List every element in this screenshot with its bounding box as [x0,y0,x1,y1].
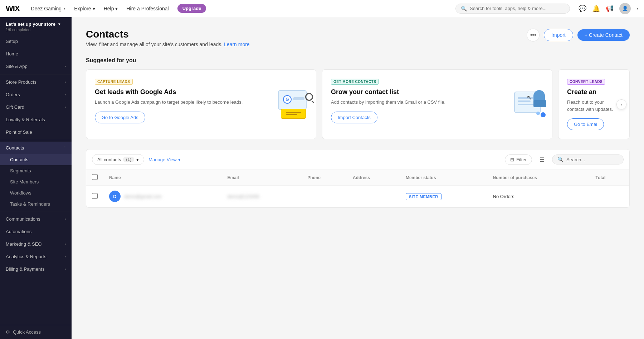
quick-access-button[interactable]: ⚙ Quick Access [6,329,66,335]
search-icon: 🔍 [461,6,467,11]
main-content: Contacts View, filter and manage all of … [72,17,644,339]
point-of-sale-label: Point of Sale [6,129,66,135]
topnav-search-bar[interactable]: 🔍 [455,4,570,14]
tasks-label: Tasks & Reminders [10,201,50,207]
sidebar-item-marketing[interactable]: Marketing & SEO › [0,238,72,250]
sidebar-item-automations[interactable]: Automations [0,225,72,238]
sidebar-item-home[interactable]: Home [0,48,72,60]
orders-label: Orders [6,92,65,97]
table-head: Name Email Phone Address Member status N… [86,170,629,186]
row-checkbox[interactable] [92,193,98,199]
search-input[interactable] [470,6,565,11]
go-to-email-button[interactable]: Go to Emai [567,118,604,130]
home-label: Home [6,51,66,56]
brand-selector[interactable]: Deez Gaming ▾ [31,6,66,11]
sidebar-item-point-of-sale[interactable]: Point of Sale [0,126,72,138]
create-contact-button[interactable]: + Create Contact [577,29,630,41]
cards-next-button[interactable]: › [616,99,626,109]
sidebar-item-store-products[interactable]: Store Products › [0,76,72,88]
sidebar-sub-contacts[interactable]: Contacts [0,154,72,165]
sidebar-sub-segments[interactable]: Segments [0,165,72,176]
sidebar: Let's set up your store ▾ 1/9 completed … [0,17,72,339]
row-purchases-cell: No Orders [487,186,590,207]
site-members-label: Site Members [10,179,39,185]
sidebar-item-orders[interactable]: Orders › [0,88,72,101]
google-ads-illustration: G [278,90,310,119]
dropdown-chevron-icon: ▾ [136,157,139,162]
table-row[interactable]: D demo@gmail.com demo@123456 [86,186,629,207]
table-search-input[interactable] [566,157,618,162]
ad-lines [286,112,301,116]
notifications-icon[interactable]: 🔔 [592,5,600,13]
suggested-cards: CAPTURE LEADS Get leads with Google Ads … [86,69,630,139]
sidebar-item-communications[interactable]: Communications › [0,213,72,225]
upgrade-button[interactable]: Upgrade [177,4,206,13]
sidebar-item-contacts[interactable]: Contacts ˄ [0,142,72,154]
more-options-button[interactable]: ••• [527,29,540,41]
table-search-bar[interactable]: 🔍 [552,154,624,164]
divider-1 [0,74,72,74]
sidebar-item-loyalty[interactable]: Loyalty & Referrals [0,113,72,126]
help-chevron-icon: ▾ [115,6,118,11]
google-ads-button[interactable]: Go to Google Ads [95,112,145,123]
filter-label: Filter [516,157,527,162]
card-desc-3: Reach out to your contacts with updates. [567,99,621,113]
card-tag-3: CONVERT LEADS [567,79,605,85]
member-status-badge: SITE MEMBER [406,193,441,200]
sidebar-item-setup[interactable]: Setup [0,35,72,48]
filter-button[interactable]: ⊟ Filter [505,154,532,165]
th-total: Total [590,170,629,186]
brand-name: Deez Gaming [31,6,62,11]
card-title-2: Grow your contact list [331,88,543,96]
manage-view-chevron-icon: ▾ [178,157,181,162]
manage-view-button[interactable]: Manage View ▾ [148,157,181,162]
messages-icon[interactable]: 💬 [579,5,586,13]
explore-label: Explore [74,6,91,11]
main-layout: Let's set up your store ▾ 1/9 completed … [0,17,644,339]
sidebar-item-site-app[interactable]: Site & App › [0,60,72,73]
th-phone: Phone [302,170,347,186]
columns-button[interactable]: ☰ [536,154,548,165]
import-contacts-button[interactable]: Import Contacts [331,112,377,123]
contacts-filter-dropdown[interactable]: All contacts (1) ▾ [92,154,144,165]
explore-menu[interactable]: Explore ▾ [74,6,95,11]
row-phone-cell [302,186,347,207]
avatar[interactable]: 👤 [619,3,631,14]
row-total-cell [590,186,629,207]
brand-chevron-icon: ▾ [64,6,65,10]
loyalty-label: Loyalty & Referrals [6,117,66,122]
import-mail-illustration: ↖ [514,90,546,119]
page-header: Contacts View, filter and manage all of … [86,29,630,47]
topnav-icons: 💬 🔔 📢 👤 ▾ [579,3,638,14]
setup-title[interactable]: Let's set up your store ▾ [6,21,66,27]
select-all-checkbox[interactable] [92,174,98,180]
orders-chevron-icon: › [65,93,66,97]
analytics-label: Analytics & Reports [6,254,65,259]
sidebar-sub-tasks[interactable]: Tasks & Reminders [0,198,72,210]
sidebar-sub-workflows[interactable]: Workflows [0,187,72,198]
learn-more-link[interactable]: Learn more [224,41,250,47]
setup-progress: 1/9 completed [6,28,66,32]
help-menu[interactable]: Help ▾ [104,6,118,11]
search-bar-shape [293,97,304,100]
sidebar-item-analytics[interactable]: Analytics & Reports › [0,250,72,263]
billing-chevron-icon: › [65,267,66,271]
sidebar-item-billing[interactable]: Billing & Payments › [0,263,72,275]
setup-section[interactable]: Let's set up your store ▾ 1/9 completed [0,17,72,35]
sidebar-sub-site-members[interactable]: Site Members [0,176,72,187]
header-actions: ••• Import + Create Contact [527,29,630,41]
hire-professional-link[interactable]: Hire a Professional [126,6,169,11]
page-header-left: Contacts View, filter and manage all of … [86,29,250,47]
card-title-3: Create an [567,88,621,96]
announcements-icon[interactable]: 📢 [606,5,614,13]
analytics-chevron-icon: › [65,255,66,259]
communications-label: Communications [6,216,65,222]
account-chevron-icon[interactable]: ▾ [636,6,638,10]
topnav: WIX Deez Gaming ▾ Explore ▾ Help ▾ Hire … [0,0,644,17]
table-search-icon: 🔍 [557,157,564,162]
sidebar-item-gift-card[interactable]: Gift Card › [0,101,72,113]
page-subtitle: View, filter and manage all of your site… [86,41,250,47]
explore-chevron-icon: ▾ [93,6,95,11]
import-button[interactable]: Import [544,29,573,41]
contacts-chevron-icon: ˄ [64,146,66,150]
